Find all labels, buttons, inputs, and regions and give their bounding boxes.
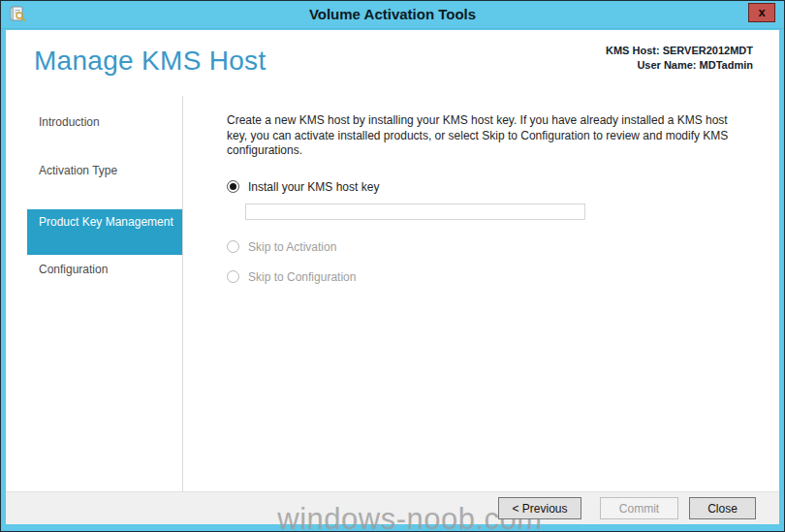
radio-install-kms-host-key[interactable]: Install your KMS host key [227,180,779,194]
titlebar[interactable]: Volume Activation Tools x [1,1,784,29]
radio-button-icon[interactable] [227,180,239,193]
radio-skip-to-activation[interactable]: Skip to Activation [227,240,779,254]
commit-button[interactable]: Commit [600,497,678,519]
page-title: Manage KMS Host [34,46,267,77]
user-name-label: User Name: MDTadmin [606,58,753,73]
description-line: Create a new KMS host by installing your… [227,113,779,129]
wizard-content: Create a new KMS host by installing your… [183,96,779,491]
radio-label: Skip to Configuration [248,270,356,284]
app-icon [10,5,27,22]
radio-label: Skip to Activation [248,240,336,254]
client-area: Manage KMS Host KMS Host: SERVER2012MDT … [6,30,779,524]
kms-host-key-input[interactable] [245,203,585,220]
host-info: KMS Host: SERVER2012MDT User Name: MDTad… [606,44,753,73]
description-line: configurations. [227,143,779,159]
radio-skip-to-configuration[interactable]: Skip to Configuration [227,270,779,284]
window-title: Volume Activation Tools [1,1,784,29]
wizard-main: Introduction Activation Type Product Key… [6,96,779,491]
sidebar-item-introduction[interactable]: Introduction [39,115,100,129]
close-button[interactable]: x [748,3,775,22]
close-wizard-button[interactable]: Close [689,497,756,519]
sidebar-item-configuration[interactable]: Configuration [39,263,108,276]
kms-host-label: KMS Host: SERVER2012MDT [606,44,753,58]
description: Create a new KMS host by installing your… [227,113,779,159]
wizard-footer: < Previous Commit Close [6,491,779,524]
radio-button-icon[interactable] [227,270,239,283]
volume-activation-tools-window: Volume Activation Tools x Manage KMS Hos… [0,0,785,532]
wizard-header: Manage KMS Host KMS Host: SERVER2012MDT … [6,30,779,96]
description-line: key, you can activate installed products… [227,129,779,144]
radio-label: Install your KMS host key [248,180,379,194]
previous-button[interactable]: < Previous [498,497,581,519]
wizard-steps-sidebar: Introduction Activation Type Product Key… [6,96,183,491]
sidebar-item-product-key-management[interactable]: Product Key Management [27,209,182,255]
sidebar-item-activation-type[interactable]: Activation Type [39,164,117,177]
radio-button-icon[interactable] [227,240,239,253]
